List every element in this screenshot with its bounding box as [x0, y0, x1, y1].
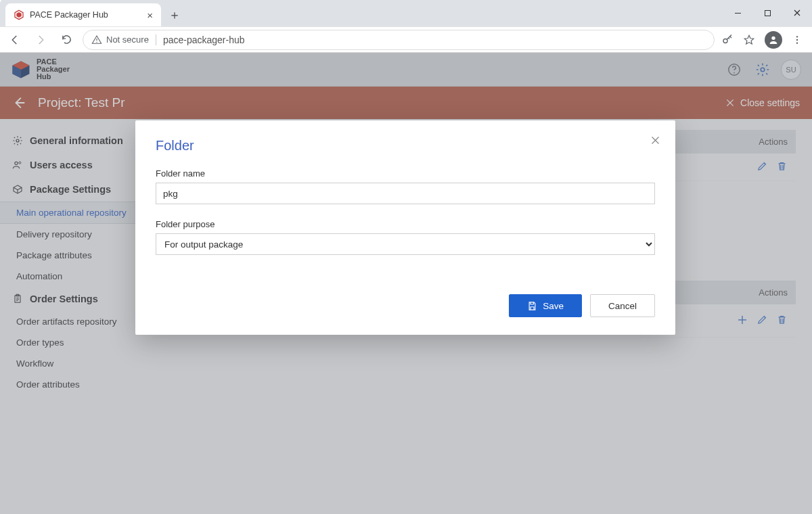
window-maximize-button[interactable] — [752, 3, 782, 23]
window-titlebar: PACE Packager Hub × ＋ — [0, 0, 812, 27]
nav-reload-button[interactable] — [57, 30, 76, 49]
svg-point-12 — [796, 42, 798, 43]
modal-title: Folder — [156, 138, 655, 154]
window-close-button[interactable] — [782, 3, 812, 23]
new-tab-button[interactable]: ＋ — [165, 5, 184, 24]
svg-marker-1 — [16, 12, 21, 18]
folder-modal: Folder Folder name Folder purpose For ou… — [135, 120, 675, 335]
warning-icon — [91, 34, 102, 45]
svg-point-7 — [96, 41, 97, 42]
key-icon[interactable] — [721, 34, 734, 46]
tab-close-icon[interactable]: × — [147, 9, 153, 21]
omnibox-divider — [156, 34, 156, 45]
svg-point-9 — [771, 36, 775, 39]
address-bar[interactable]: Not secure pace-packager-hub — [83, 30, 715, 50]
modal-close-icon[interactable] — [650, 135, 660, 145]
nav-forward-button[interactable] — [31, 30, 50, 49]
cancel-label: Cancel — [608, 301, 637, 311]
folder-purpose-select[interactable]: For output package — [156, 233, 655, 255]
save-button[interactable]: Save — [509, 294, 582, 317]
svg-point-8 — [723, 39, 727, 43]
folder-name-label: Folder name — [156, 168, 655, 179]
svg-point-11 — [796, 39, 798, 40]
not-secure-label: Not secure — [106, 34, 149, 45]
browser-toolbar: Not secure pace-packager-hub — [0, 27, 812, 53]
browser-tab[interactable]: PACE Packager Hub × — [5, 3, 161, 26]
folder-purpose-label: Folder purpose — [156, 219, 655, 229]
nav-back-button[interactable] — [5, 30, 24, 49]
tab-favicon-icon — [14, 9, 24, 20]
tab-title: PACE Packager Hub — [30, 10, 108, 20]
kebab-menu-icon[interactable] — [792, 34, 803, 45]
cancel-button[interactable]: Cancel — [590, 294, 655, 317]
folder-name-input[interactable] — [156, 183, 655, 204]
window-controls — [723, 0, 812, 26]
app-root: PACE Packager Hub SU Project: Test Pr Cl… — [0, 53, 812, 514]
svg-point-10 — [796, 36, 798, 37]
tab-strip: PACE Packager Hub × ＋ — [0, 0, 812, 26]
save-label: Save — [543, 301, 564, 311]
not-secure-indicator: Not secure — [91, 34, 149, 45]
profile-avatar-icon[interactable] — [765, 31, 782, 49]
url-text: pace-packager-hub — [163, 34, 245, 45]
save-disk-icon — [527, 301, 537, 311]
svg-rect-3 — [765, 10, 770, 16]
window-minimize-button[interactable] — [723, 3, 752, 23]
toolbar-right-icons — [721, 31, 807, 49]
star-icon[interactable] — [743, 34, 755, 46]
